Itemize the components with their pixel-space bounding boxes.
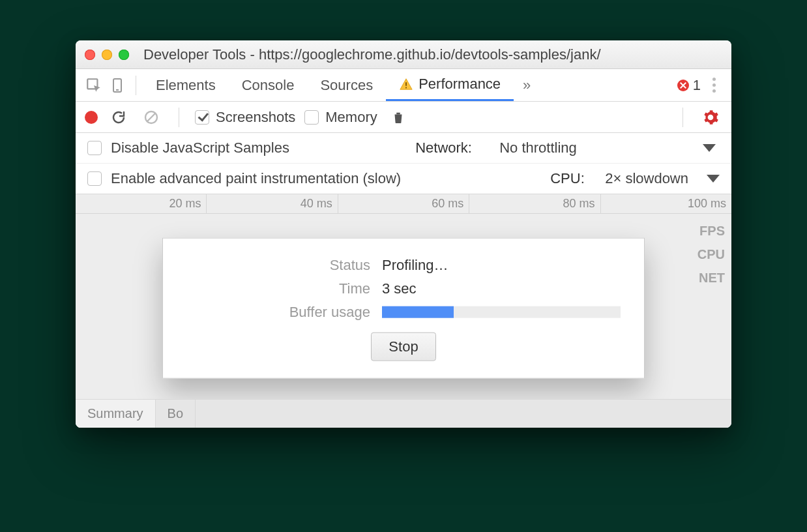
- error-count-badge[interactable]: 1: [677, 77, 701, 94]
- settings-row-js-samples: Disable JavaScript Samples Network: No t…: [76, 133, 731, 163]
- warning-icon: [399, 77, 413, 91]
- checkbox-icon[interactable]: [87, 141, 102, 155]
- checkbox-icon[interactable]: [87, 171, 102, 186]
- tab-summary[interactable]: Summary: [76, 400, 156, 428]
- divider: [136, 76, 136, 95]
- perf-toolbar: Screenshots Memory: [76, 102, 731, 133]
- ruler-tick: 40 ms: [207, 194, 338, 213]
- checkbox-icon: [195, 110, 209, 125]
- disable-js-samples-label: Disable JavaScript Samples: [111, 140, 289, 156]
- error-icon: [677, 80, 689, 91]
- traffic-lights: [85, 50, 129, 60]
- ruler-tick: 100 ms: [601, 194, 731, 213]
- status-label: Status: [186, 257, 382, 274]
- advanced-paint-label: Enable advanced paint instrumentation (s…: [111, 170, 401, 187]
- device-toolbar-icon[interactable]: [106, 74, 129, 97]
- buffer-progress-fill: [382, 306, 454, 318]
- divider: [682, 108, 683, 127]
- svg-rect-3: [405, 82, 407, 86]
- svg-line-6: [147, 113, 155, 121]
- details-tabbar: Summary Bo: [76, 399, 731, 428]
- close-window-button[interactable]: [85, 50, 95, 60]
- ruler-tick: 80 ms: [469, 194, 600, 213]
- tab-label: Performance: [418, 76, 501, 93]
- minimize-window-button[interactable]: [102, 50, 112, 60]
- memory-label: Memory: [325, 109, 377, 126]
- lane-labels: FPS CPU NET: [697, 219, 725, 289]
- titlebar: Developer Tools - https://googlechrome.g…: [76, 40, 731, 69]
- screenshots-label: Screenshots: [216, 109, 295, 126]
- chevron-down-icon[interactable]: [707, 175, 720, 183]
- panel-tabbar: Elements Console Sources Performance » 1: [76, 69, 731, 102]
- tab-sources[interactable]: Sources: [307, 69, 386, 101]
- tab-elements[interactable]: Elements: [143, 69, 229, 101]
- tab-label: Console: [242, 77, 295, 94]
- ruler-tick: 60 ms: [338, 194, 469, 213]
- tab-performance[interactable]: Performance: [386, 69, 514, 101]
- cpu-label: CPU:: [550, 170, 596, 187]
- reload-icon[interactable]: [107, 106, 130, 129]
- kebab-menu-icon[interactable]: [701, 78, 725, 93]
- memory-toggle[interactable]: Memory: [304, 109, 377, 126]
- tab-label: Sources: [320, 77, 373, 94]
- screenshots-toggle[interactable]: Screenshots: [195, 109, 295, 126]
- zoom-window-button[interactable]: [119, 50, 129, 60]
- status-value: Profiling…: [382, 257, 448, 274]
- window-title: Developer Tools - https://googlechrome.g…: [143, 46, 601, 63]
- tab-label: Elements: [156, 77, 216, 94]
- stop-button[interactable]: Stop: [371, 332, 435, 361]
- timeline-area: 20 ms 40 ms 60 ms 80 ms 100 ms FPS CPU N…: [76, 194, 731, 428]
- devtools-window: Developer Tools - https://googlechrome.g…: [76, 40, 731, 428]
- lane-cpu: CPU: [697, 243, 725, 266]
- ruler-tick: 20 ms: [76, 194, 207, 213]
- profiling-dialog: Status Profiling… Time 3 sec Buffer usag…: [162, 238, 645, 379]
- inspect-element-icon[interactable]: [82, 74, 106, 97]
- divider: [179, 108, 179, 127]
- buffer-label: Buffer usage: [186, 304, 382, 321]
- clear-icon[interactable]: [139, 106, 163, 129]
- lane-fps: FPS: [697, 219, 725, 243]
- cpu-value[interactable]: 2× slowdown: [605, 170, 688, 187]
- chevron-down-icon[interactable]: [703, 144, 716, 152]
- checkbox-icon: [304, 110, 319, 125]
- settings-gear-icon[interactable]: [699, 106, 722, 129]
- record-button[interactable]: [85, 111, 98, 124]
- lane-net: NET: [697, 266, 725, 289]
- time-value: 3 sec: [382, 280, 417, 297]
- tab-console[interactable]: Console: [229, 69, 308, 101]
- capture-settings: Disable JavaScript Samples Network: No t…: [76, 133, 731, 194]
- tab-truncated[interactable]: Bo: [156, 400, 196, 428]
- timeline-ruler: 20 ms 40 ms 60 ms 80 ms 100 ms: [76, 194, 731, 214]
- svg-rect-4: [405, 87, 407, 89]
- network-value[interactable]: No throttling: [499, 140, 577, 156]
- error-count: 1: [693, 77, 701, 94]
- time-label: Time: [186, 280, 382, 297]
- buffer-progress: [382, 306, 621, 318]
- settings-row-paint-instrumentation: Enable advanced paint instrumentation (s…: [76, 163, 731, 194]
- trash-icon[interactable]: [387, 106, 410, 129]
- more-tabs-icon[interactable]: »: [514, 77, 540, 94]
- network-label: Network:: [415, 140, 490, 156]
